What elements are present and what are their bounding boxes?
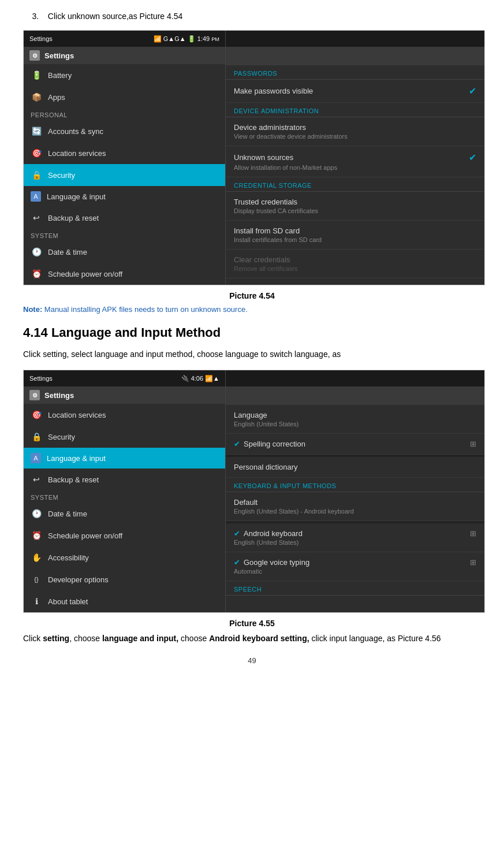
google-voice-item[interactable]: ✔ Google voice typing ⊞ Automatic <box>226 552 484 581</box>
device-admin-text: Device administrators <box>234 123 306 132</box>
menu-item-datetime-2[interactable]: 🕐 Date & time <box>24 503 225 525</box>
language-item[interactable]: Language English (United States) <box>226 405 484 434</box>
status-bar-1: Settings 📶 G▲G▲ 🔋 1:49 PM <box>24 31 225 47</box>
android-keyboard-item[interactable]: ✔ Android keyboard ⊞ English (United Sta… <box>226 523 484 552</box>
settings-icon-1: ⚙ <box>29 50 40 61</box>
android-keyboard-text: Android keyboard <box>244 529 303 538</box>
menu-item-schedule-2[interactable]: ⏰ Schedule power on/off <box>24 525 225 546</box>
location-label: Location services <box>48 149 106 158</box>
device-admin-title: Device administrators <box>234 123 476 132</box>
bold-language-input: language and input, <box>102 634 178 643</box>
location-icon-2: 🎯 <box>31 409 42 421</box>
menu-item-datetime[interactable]: 🕐 Date & time <box>24 241 225 263</box>
developer-icon: {} <box>31 574 42 585</box>
install-sd-item[interactable]: Install from SD card Install certificate… <box>226 221 484 250</box>
schedule-label-2: Schedule power on/off <box>48 531 122 540</box>
bold-android-keyboard: Android keyboard setting, <box>209 634 309 643</box>
status-icons-2: 🔌 4:06 📶▲ <box>181 375 219 382</box>
menu-item-security[interactable]: 🔒 Security <box>24 164 225 186</box>
left-panel-1: Settings 📶 G▲G▲ 🔋 1:49 PM ⚙ Settings 🔋 B… <box>24 31 226 285</box>
install-sd-title: Install from SD card <box>234 226 476 235</box>
step-text: 3. Click unknown source,as Picture 4.54 <box>23 12 481 21</box>
menu-item-battery[interactable]: 🔋 Battery <box>24 64 225 86</box>
backup-label: Backup & reset <box>48 214 99 222</box>
keyboard-section-label: KEYBOARD & INPUT METHODS <box>226 478 484 492</box>
security-icon-2: 🔒 <box>31 431 42 442</box>
trusted-credentials-text: Trusted credentials <box>234 198 297 206</box>
unknown-sources-check: ✔ <box>469 152 476 163</box>
menu-item-backup[interactable]: ↩ Backup & reset <box>24 207 225 229</box>
accessibility-label: Accessibility <box>48 553 89 562</box>
unknown-sources-title: Unknown sources ✔ <box>234 152 476 163</box>
settings-label-statusbar2: Settings <box>29 375 53 382</box>
screenshot-455: Settings 🔌 4:06 📶▲ ⚙ Settings 🎯 Location… <box>23 370 485 613</box>
trusted-credentials-item[interactable]: Trusted credentials Display trusted CA c… <box>226 192 484 221</box>
make-passwords-check: ✔ <box>469 85 476 96</box>
unknown-sources-text: Unknown sources <box>234 153 293 162</box>
menu-item-developer[interactable]: {} Developer options <box>24 568 225 590</box>
menu-item-language[interactable]: A Language & input <box>24 186 225 207</box>
make-passwords-title: Make passwords visible ✔ <box>234 85 476 96</box>
about-label: About tablet <box>48 597 88 606</box>
personal-dict-text: Personal dictionary <box>234 463 298 471</box>
google-voice-settings[interactable]: ⊞ <box>470 558 476 567</box>
personal-dict-title: Personal dictionary <box>234 463 476 471</box>
menu-item-accounts[interactable]: 🔄 Accounts & sync <box>24 120 225 142</box>
battery-icon: 🔋 <box>31 69 42 81</box>
passwords-section-label: PASSWORDS <box>226 65 484 80</box>
settings-label-statusbar: Settings <box>29 35 53 42</box>
passwords-make-visible[interactable]: Make passwords visible ✔ <box>226 80 484 103</box>
security-label: Security <box>48 171 75 180</box>
android-keyboard-settings[interactable]: ⊞ <box>470 529 476 538</box>
menu-item-accessibility[interactable]: ✋ Accessibility <box>24 546 225 568</box>
menu-item-apps[interactable]: 📦 Apps <box>24 86 225 108</box>
security-label-2: Security <box>48 433 75 441</box>
default-keyboard-text: Default <box>234 498 257 507</box>
accessibility-icon: ✋ <box>31 552 42 563</box>
developer-label: Developer options <box>48 575 109 584</box>
menu-item-location-2[interactable]: 🎯 Location services <box>24 404 225 426</box>
about-icon: ℹ <box>31 596 42 607</box>
menu-item-language-2[interactable]: A Language & input <box>24 448 225 468</box>
backup-label-2: Backup & reset <box>48 475 99 484</box>
backup-icon-2: ↩ <box>31 474 42 485</box>
right-panel-1: PASSWORDS Make passwords visible ✔ DEVIC… <box>226 31 484 285</box>
language-label: Language & input <box>47 192 106 201</box>
battery-label: Battery <box>48 71 72 80</box>
step-number: 3. <box>32 12 39 21</box>
menu-item-backup-2[interactable]: ↩ Backup & reset <box>24 468 225 490</box>
menu-item-about[interactable]: ℹ About tablet <box>24 590 225 612</box>
credential-storage-section-label: CREDENTIAL STORAGE <box>226 177 484 192</box>
spelling-settings-icon[interactable]: ⊞ <box>470 440 476 448</box>
spelling-check: ✔ <box>234 440 240 448</box>
device-admin-sub: View or deactivate device administrators <box>234 133 476 140</box>
caption-454: Picture 4.54 <box>23 291 481 300</box>
settings-title-2: Settings <box>44 391 74 400</box>
unknown-sources-item[interactable]: Unknown sources ✔ Allow installation of … <box>226 146 484 177</box>
default-keyboard-item[interactable]: Default English (United States) - Androi… <box>226 492 484 521</box>
language-icon-2: A <box>31 453 41 463</box>
device-administrators-item[interactable]: Device administrators View or deactivate… <box>226 117 484 146</box>
menu-item-location[interactable]: 🎯 Location services <box>24 142 225 164</box>
settings-title-bar-1: ⚙ Settings <box>24 47 225 64</box>
settings-title-1: Settings <box>44 51 74 60</box>
note-prefix: Note: <box>23 305 42 314</box>
settings-icon-2: ⚙ <box>29 390 40 400</box>
language-sub: English (United States) <box>234 421 476 427</box>
android-keyboard-sub: English (United States) <box>234 539 476 546</box>
datetime-label-2: Date & time <box>48 510 87 518</box>
install-sd-sub: Install certificates from SD card <box>234 236 476 243</box>
backup-icon: ↩ <box>31 212 42 224</box>
menu-item-security-2[interactable]: 🔒 Security <box>24 426 225 448</box>
personal-dictionary-item[interactable]: Personal dictionary <box>226 457 484 478</box>
system-section-label-2: SYSTEM <box>24 490 225 503</box>
google-voice-text: Google voice typing <box>244 558 309 567</box>
spelling-title: ✔ Spelling correction ⊞ <box>234 440 476 448</box>
location-icon: 🎯 <box>31 147 42 159</box>
note-text: Note: Manual installing APK files needs … <box>23 305 481 314</box>
datetime-icon: 🕐 <box>31 246 42 258</box>
spelling-correction-item[interactable]: ✔ Spelling correction ⊞ <box>226 434 484 455</box>
apps-icon: 📦 <box>31 91 42 103</box>
menu-item-schedule[interactable]: ⏰ Schedule power on/off <box>24 263 225 285</box>
page-number: 49 <box>23 656 481 665</box>
